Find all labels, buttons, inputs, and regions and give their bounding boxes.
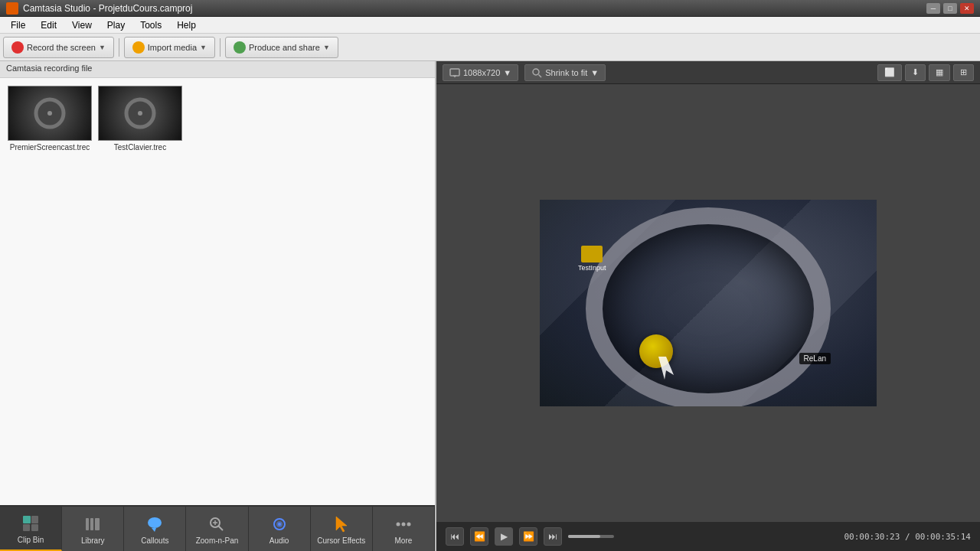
resolution-arrow: ▼: [503, 68, 511, 77]
svg-rect-11: [90, 518, 93, 530]
record-label: Record the screen: [27, 43, 96, 52]
record-icon: [11, 41, 24, 54]
preview-settings-2[interactable]: ⬇: [905, 64, 926, 81]
toolbar: Record the screen ▼ Import media ▼ Produ…: [0, 34, 980, 61]
maximize-button[interactable]: □: [943, 3, 957, 14]
volume-fill: [568, 535, 600, 538]
resolution-selector[interactable]: 1088x720 ▼: [443, 64, 518, 81]
import-arrow: ▼: [200, 44, 207, 51]
media-item-2[interactable]: TestClavier.trec: [98, 86, 182, 152]
fit-mode-value: Shrink to fit: [545, 68, 587, 77]
toolbar-sep-1: [119, 38, 119, 57]
folder-icon: [581, 246, 603, 262]
video-tooltip: ReLan: [799, 353, 831, 364]
clip-bin-icon: [20, 513, 41, 534]
preview-toolbar: 1088x720 ▼ Shrink to fit ▼ ⬜ ⬇ ▦ ⊞: [436, 61, 980, 84]
tab-audio-label: Audio: [270, 536, 289, 545]
svg-line-16: [219, 526, 224, 530]
more-icon: [393, 514, 414, 535]
resolution-icon: [449, 67, 460, 78]
time-sep: /: [905, 532, 915, 542]
folder-label: TestInput: [578, 264, 606, 272]
tool-tabs: Clip Bin Library: [0, 505, 435, 551]
volume-slider[interactable]: [568, 535, 614, 538]
svg-marker-22: [336, 517, 347, 532]
produce-button[interactable]: Produce and share ▼: [225, 37, 338, 58]
media-thumbnail-icon-1: [31, 94, 69, 132]
menu-file[interactable]: File: [3, 18, 33, 32]
media-thumb-2: [98, 86, 182, 141]
fit-mode-selector[interactable]: Shrink to fit ▼: [524, 64, 606, 81]
minimize-button[interactable]: ─: [926, 3, 940, 14]
menu-play[interactable]: Play: [100, 18, 132, 32]
left-panel: Camtasia recording file PremierScreencas…: [0, 61, 436, 551]
record-arrow: ▼: [99, 44, 106, 51]
menu-tools[interactable]: Tools: [132, 18, 169, 32]
callouts-icon: [144, 514, 165, 535]
preview-settings-4[interactable]: ⊞: [953, 64, 974, 81]
svg-point-5: [138, 111, 142, 116]
svg-point-23: [396, 522, 400, 526]
preview-toolbar-right: ⬜ ⬇ ▦ ⊞: [877, 64, 974, 81]
resolution-value: 1088x720: [463, 68, 500, 77]
skip-end-button[interactable]: ⏭: [544, 527, 562, 546]
menubar: File Edit View Play Tools Help: [0, 17, 980, 34]
tab-clip-bin[interactable]: Clip Bin: [0, 507, 62, 551]
toolbar-sep-2: [220, 38, 220, 57]
cursor-effects-icon: [331, 514, 352, 535]
rewind-button[interactable]: ⏪: [470, 527, 488, 546]
window-controls: ─ □ ✕: [926, 3, 974, 14]
tab-callouts[interactable]: Callouts: [124, 507, 186, 551]
import-button[interactable]: Import media ▼: [124, 37, 215, 58]
tab-library-label: Library: [81, 536, 105, 545]
svg-point-21: [278, 523, 281, 526]
close-button[interactable]: ✕: [960, 3, 974, 14]
record-button[interactable]: Record the screen ▼: [3, 37, 114, 58]
svg-rect-26: [450, 69, 459, 76]
svg-rect-7: [31, 516, 38, 523]
tab-cursor-effects-label: Cursor Effects: [317, 536, 365, 545]
menu-edit[interactable]: Edit: [33, 18, 64, 32]
tab-more[interactable]: More: [373, 507, 435, 551]
video-background: TestInput ReLan: [540, 200, 877, 406]
menu-help[interactable]: Help: [169, 18, 204, 32]
fast-forward-button[interactable]: ⏩: [519, 527, 537, 546]
tab-more-label: More: [395, 536, 413, 545]
skip-start-button[interactable]: ⏮: [446, 527, 464, 546]
time-current: 00:00:30:23: [844, 532, 900, 542]
svg-rect-9: [31, 524, 38, 531]
produce-icon: [234, 41, 246, 54]
media-item-1[interactable]: PremierScreencast.trec: [8, 86, 92, 152]
preview-video: TestInput ReLan: [540, 200, 877, 406]
menu-view[interactable]: View: [64, 18, 100, 32]
svg-rect-10: [86, 518, 89, 530]
svg-rect-8: [23, 524, 30, 531]
svg-point-29: [533, 69, 539, 75]
media-thumb-1: [8, 86, 92, 141]
import-label: Import media: [148, 43, 197, 52]
audio-icon: [269, 514, 290, 535]
time-total: 00:00:35:14: [915, 532, 971, 542]
zoom-n-pan-icon: [206, 514, 227, 535]
media-thumb-inner-1: [8, 86, 91, 140]
svg-rect-6: [23, 516, 31, 523]
preview-area: TestInput ReLan: [436, 84, 980, 522]
media-label-2: TestClavier.trec: [98, 143, 182, 152]
produce-label: Produce and share: [249, 43, 320, 52]
svg-line-30: [539, 74, 542, 77]
tab-audio[interactable]: Audio: [249, 507, 311, 551]
preview-settings-3[interactable]: ▦: [929, 64, 950, 81]
tab-zoom-n-pan-label: Zoom-n-Pan: [196, 536, 239, 545]
window-title: Camtasia Studio - ProjetduCours.camproj: [23, 3, 926, 14]
tab-library[interactable]: Library: [62, 507, 124, 551]
tab-cursor-effects[interactable]: Cursor Effects: [311, 507, 373, 551]
preview-controls: ⏮ ⏪ ▶ ⏩ ⏭ 00:00:30:23 / 00:00:35:14: [436, 522, 980, 551]
tab-zoom-n-pan[interactable]: Zoom-n-Pan: [186, 507, 248, 551]
time-display: 00:00:30:23 / 00:00:35:14: [844, 532, 971, 542]
media-label-1: PremierScreencast.trec: [8, 143, 92, 152]
preview-settings-1[interactable]: ⬜: [877, 64, 902, 81]
clip-bin-content[interactable]: PremierScreencast.trec TestClavier.trec: [0, 78, 435, 505]
fit-mode-arrow: ▼: [590, 68, 599, 77]
play-button[interactable]: ▶: [495, 527, 513, 546]
clip-bin-title: Camtasia recording file: [6, 64, 93, 73]
